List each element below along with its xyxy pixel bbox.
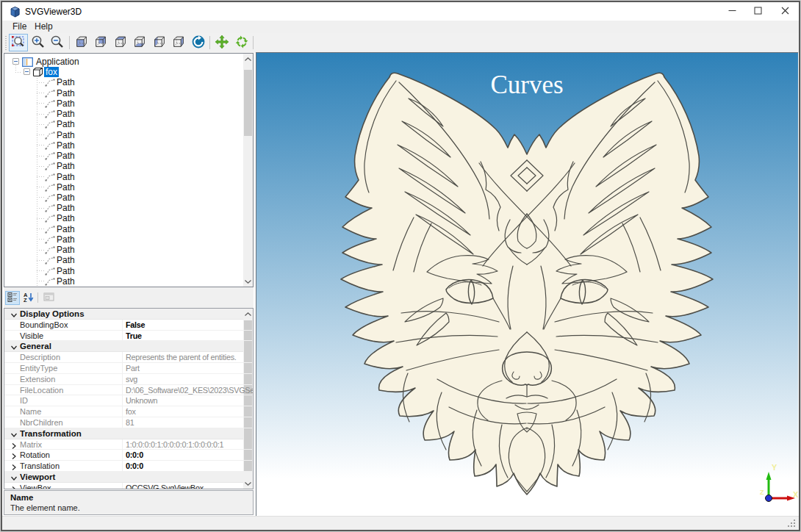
- property-value[interactable]: fox: [126, 407, 254, 416]
- tree-connector: [37, 197, 44, 198]
- tree-item-application[interactable]: Application: [35, 57, 81, 68]
- chevron-down-icon[interactable]: [10, 311, 18, 318]
- zoom-fit-button[interactable]: [9, 34, 28, 51]
- path-icon: [45, 225, 55, 236]
- tree-scrollbar[interactable]: [243, 54, 253, 287]
- property-row-matrix[interactable]: Matrix 1:0:0:0:0:1:0:0:0:0:1:0:0:0:0:1: [4, 439, 254, 450]
- rotate-button[interactable]: [232, 34, 251, 51]
- toolbar-grip[interactable]: [5, 36, 7, 50]
- tree-item-path[interactable]: Path: [55, 181, 76, 193]
- resize-grip-icon[interactable]: [787, 519, 796, 528]
- property-category-display-options[interactable]: Display Options: [4, 309, 243, 320]
- property-pages-button[interactable]: [42, 291, 57, 305]
- property-row-id[interactable]: ID Unknown: [4, 395, 254, 406]
- menu-file[interactable]: File: [12, 21, 26, 32]
- tree-expander-application[interactable]: [12, 58, 19, 65]
- property-category-general[interactable]: General: [4, 341, 243, 352]
- tree-item-path[interactable]: Path: [55, 151, 76, 162]
- tree-item-path[interactable]: Path: [55, 223, 76, 234]
- maximize-button[interactable]: [745, 2, 771, 21]
- tree-item-path[interactable]: Path: [55, 129, 76, 140]
- tree-connector: [37, 239, 44, 240]
- scroll-up-button[interactable]: [243, 309, 253, 319]
- property-row-description[interactable]: Description Represents the parent of ent…: [4, 352, 254, 363]
- chevron-right-icon[interactable]: [10, 485, 18, 489]
- zoom-out-button[interactable]: [48, 34, 67, 51]
- close-button[interactable]: [772, 2, 798, 21]
- tree-item-path[interactable]: Path: [55, 87, 76, 98]
- path-icon: [45, 193, 55, 204]
- tree-expander-fox[interactable]: [24, 68, 30, 75]
- view-left-button[interactable]: [150, 34, 169, 51]
- chevron-right-icon[interactable]: [10, 442, 18, 449]
- property-row-nbrchildren[interactable]: NbrChildren 81: [4, 417, 254, 428]
- tree-item-path[interactable]: Path: [55, 171, 76, 182]
- alphabetical-button[interactable]: A Z: [21, 291, 35, 305]
- tree-item-path[interactable]: Path: [55, 255, 76, 266]
- property-row-rotation[interactable]: Rotation 0:0:0: [4, 450, 254, 461]
- tree-item-label: Path: [55, 255, 76, 265]
- property-category-transformation[interactable]: Transformation: [4, 428, 243, 439]
- tree-item-fox[interactable]: fox: [44, 67, 59, 78]
- categorized-button[interactable]: [5, 291, 20, 305]
- property-row-boundingbox[interactable]: BoundingBox False: [4, 320, 254, 331]
- property-value[interactable]: 0:0:0: [126, 450, 254, 459]
- property-row-entitytype[interactable]: EntityType Part: [4, 363, 254, 374]
- menu-help[interactable]: Help: [35, 21, 53, 32]
- property-row-extension[interactable]: Extension svg: [4, 374, 254, 385]
- viewport-3d[interactable]: Y X Z Curves: [256, 52, 798, 516]
- tree-item-path[interactable]: Path: [55, 203, 76, 214]
- scroll-up-button[interactable]: [243, 54, 253, 64]
- scroll-down-button[interactable]: [243, 276, 253, 287]
- chevron-down-icon[interactable]: [10, 474, 18, 481]
- view-back-button[interactable]: [91, 34, 110, 51]
- zoom-in-button[interactable]: [29, 34, 48, 51]
- view-bottom-button[interactable]: [130, 34, 149, 51]
- tree-item-path[interactable]: Path: [55, 245, 76, 256]
- tree-item-path[interactable]: Path: [55, 119, 76, 130]
- tree-item-path[interactable]: Path: [55, 161, 76, 172]
- tree-item-path[interactable]: Path: [55, 140, 76, 151]
- chevron-down-icon[interactable]: [10, 431, 18, 438]
- view-reset-button[interactable]: [189, 34, 208, 51]
- property-row-translation[interactable]: Translation 0:0:0: [4, 461, 254, 472]
- chevron-right-icon[interactable]: [10, 463, 18, 470]
- property-value[interactable]: Represents the parent of entities.: [126, 353, 254, 362]
- pan-button[interactable]: [212, 34, 231, 51]
- property-category-viewport[interactable]: Viewport: [4, 472, 243, 483]
- tree-item-path[interactable]: Path: [55, 213, 76, 224]
- category-label: Viewport: [20, 472, 121, 481]
- tree-item-path[interactable]: Path: [55, 234, 76, 245]
- property-row-visible[interactable]: Visible True: [4, 331, 254, 342]
- title-bar[interactable]: SVGViewer3D: [2, 2, 799, 21]
- property-value[interactable]: OCCSVG.SvgViewBox: [126, 484, 254, 489]
- property-value[interactable]: True: [126, 331, 254, 340]
- view-front-button[interactable]: [72, 34, 91, 51]
- view-right-button[interactable]: [169, 34, 188, 51]
- path-icon: [45, 109, 55, 121]
- tree-item-path[interactable]: Path: [55, 98, 76, 109]
- property-value[interactable]: 1:0:0:0:0:1:0:0:0:0:1:0:0:0:0:1: [126, 440, 254, 449]
- property-row-filelocation[interactable]: FileLocation D:\06_Software\02_KES\2023\…: [4, 385, 254, 396]
- chevron-right-icon[interactable]: [10, 452, 18, 459]
- property-value[interactable]: svg: [126, 375, 254, 384]
- tree-item-path[interactable]: Path: [55, 77, 76, 88]
- tree-item-path[interactable]: Path: [55, 109, 76, 120]
- scrollbar-thumb[interactable]: [244, 70, 252, 136]
- property-row-viewbox[interactable]: ViewBox OCCSVG.SvgViewBox: [4, 483, 254, 489]
- property-value[interactable]: 81: [126, 418, 254, 427]
- property-value[interactable]: Unknown: [126, 396, 254, 405]
- chevron-down-icon[interactable]: [10, 343, 18, 351]
- path-icon: [45, 204, 55, 215]
- path-icon: [45, 141, 55, 152]
- tree-item-path[interactable]: Path: [55, 276, 76, 287]
- tree-item-path[interactable]: Path: [55, 265, 76, 276]
- property-value[interactable]: Part: [126, 364, 254, 373]
- property-row-name[interactable]: Name fox: [4, 406, 254, 417]
- view-top-button[interactable]: [111, 34, 130, 51]
- minimize-button[interactable]: [719, 2, 745, 21]
- property-value[interactable]: False: [126, 320, 254, 329]
- tree-item-path[interactable]: Path: [55, 192, 76, 203]
- property-value[interactable]: 0:0:0: [126, 461, 254, 470]
- property-value[interactable]: D:\06_Software\02_KES\2023\SVGSerial: [126, 386, 254, 395]
